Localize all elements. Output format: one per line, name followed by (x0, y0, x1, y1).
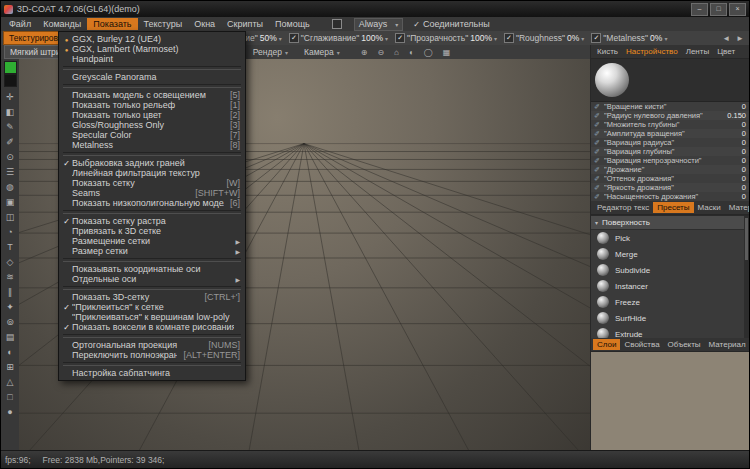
menu-item[interactable]: ▶ (63, 152, 241, 156)
brush-parameter-row[interactable]: ✐ "Вариация непрозрачности" 0 (591, 156, 749, 165)
tool-button[interactable]: ▣ (2, 195, 18, 210)
menu-bar-item[interactable]: Окна (188, 18, 221, 30)
panel-tab[interactable]: Пресеты (653, 202, 693, 213)
menu-item[interactable]: ▶ (63, 66, 241, 70)
menu-item[interactable]: Настройка сабпатчинга ▶ (59, 368, 245, 378)
primary-color-swatch[interactable] (4, 61, 17, 74)
menu-item[interactable]: Показывать координатные оси ▶ (59, 264, 245, 274)
tool-button[interactable]: T (2, 240, 18, 255)
menu-item[interactable]: Показать только рельеф [1] ▶ (59, 100, 245, 110)
menubar-checkbox[interactable] (332, 19, 342, 29)
brush-parameter-row[interactable]: ✐ "Насыщенность дрожания" 0 (591, 192, 749, 201)
menu-item[interactable]: ▶ (63, 210, 241, 214)
channel-toggle[interactable]: ✓ "Metalness" 0% ▾ (591, 33, 667, 43)
menu-item[interactable]: Metalness [8] ▶ (59, 140, 245, 150)
preset-item[interactable]: Freeze (591, 294, 749, 310)
menu-item[interactable]: Seams [SHIFT+W] ▶ (59, 188, 245, 198)
tool-button[interactable]: ☰ (2, 165, 18, 180)
tool-button[interactable]: □ (2, 390, 18, 405)
tool-button[interactable]: ✐ (2, 135, 18, 150)
tool-button[interactable]: ≋ (2, 270, 18, 285)
menu-item[interactable]: Ортогональная проекция [NUMS] ▶ (59, 340, 245, 350)
panel-tab[interactable]: Свойства (620, 339, 663, 350)
panel-tab[interactable]: Настройчство (622, 46, 682, 57)
tool-button[interactable]: ✎ (2, 120, 18, 135)
menu-item[interactable]: Привязать к 3D сетке ▶ (59, 226, 245, 236)
scrollbar[interactable] (744, 216, 749, 338)
tool-button[interactable]: △ (2, 375, 18, 390)
brush-parameter-row[interactable]: ✐ "Вращение кисти" 0 (591, 102, 749, 111)
preset-item[interactable]: Extrude (591, 326, 749, 338)
tool-button[interactable]: ◍ (2, 180, 18, 195)
channel-toggle[interactable]: ✓ "Прозрачность" 100% ▾ (395, 33, 497, 43)
menu-bar-item[interactable]: Файл (3, 18, 37, 30)
preset-item[interactable]: Pick (591, 230, 749, 246)
menu-item[interactable]: Показать воксели в комнате рисования ▶ (59, 322, 245, 332)
panel-tab[interactable]: Ленты (682, 46, 714, 57)
panel-tab[interactable]: Маски (694, 202, 725, 213)
tool-button[interactable]: ⊞ (2, 360, 18, 375)
menu-bar-item[interactable]: Помощь (269, 18, 316, 30)
brush-parameter-row[interactable]: ✐ "Дрожание" 0 (591, 165, 749, 174)
preset-item[interactable]: Merge (591, 246, 749, 262)
panel-tab[interactable]: Материалы (725, 202, 749, 213)
nav-arrow-button[interactable]: ► (733, 34, 747, 43)
tool-button[interactable]: ✛ (2, 90, 18, 105)
view-mode-button[interactable]: Камера ▾ (304, 47, 340, 57)
tool-button[interactable]: ● (2, 405, 18, 420)
menu-item[interactable]: ▶ (63, 258, 241, 262)
viewport-tool-icon[interactable]: ◯ (421, 48, 436, 57)
viewport-tool-icon[interactable]: ▦ (440, 48, 454, 57)
menu-item[interactable]: Показать только цвет [2] ▶ (59, 110, 245, 120)
menu-bar-item[interactable]: Текстуры (138, 18, 189, 30)
tool-button[interactable]: ∥ (2, 285, 18, 300)
brush-parameter-row[interactable]: ✐ "Яркость дрожания" 0 (591, 183, 749, 192)
menu-item[interactable]: Greyscale Panorama ▶ (59, 72, 245, 82)
menu-item[interactable]: ▶ (63, 84, 241, 88)
menu-item[interactable]: "Приклеиться" к сетке ▶ (59, 302, 245, 312)
panel-tab[interactable]: Объекты (664, 339, 705, 350)
menu-bar-item[interactable]: Показать (87, 18, 137, 30)
tool-button[interactable]: ⊚ (2, 315, 18, 330)
brush-parameter-row[interactable]: ✐ "Радиус нулевого давления" 0.150 (591, 111, 749, 120)
always-dropdown[interactable]: Always ▾ (354, 18, 404, 31)
nav-arrow-button[interactable]: ◄ (719, 34, 733, 43)
menu-item[interactable]: Показать сетку [W] ▶ (59, 178, 245, 188)
brush-parameter-row[interactable]: ✐ "Амплитуда вращения" 0 (591, 129, 749, 138)
tool-button[interactable]: ✦ (2, 300, 18, 315)
tool-button[interactable]: ◔ (2, 225, 18, 240)
menu-item[interactable]: ▶ (63, 362, 241, 366)
menu-item[interactable]: Размер сетки ▶ (59, 246, 245, 256)
menu-item[interactable]: Выбраковка задних граней ▶ (59, 158, 245, 168)
window-control-button[interactable]: × (729, 3, 746, 16)
panel-tab[interactable]: Цвет (713, 46, 739, 57)
preset-item[interactable]: SurfHide (591, 310, 749, 326)
menu-item[interactable]: "Приклеиваться" к вершинам low-poly ▶ (59, 312, 245, 322)
tool-button[interactable]: ◇ (2, 255, 18, 270)
brush-parameter-row[interactable]: ✐ "Множитель глубины" 0 (591, 120, 749, 129)
panel-tab[interactable]: Кисть (593, 46, 622, 57)
menu-item[interactable]: Gloss/Roughness Only [3] ▶ (59, 120, 245, 130)
brush-parameter-row[interactable]: ✐ "Вариация радиуса" 0 (591, 138, 749, 147)
viewport-tool-icon[interactable]: ⊖ (374, 48, 387, 57)
panel-tab[interactable]: Материал (705, 339, 749, 350)
menu-item[interactable]: Переключить полноэкранный режим [ALT+ENT… (59, 350, 245, 360)
menu-item[interactable]: Показать 3D-сетку [CTRL+'] ▶ (59, 292, 245, 302)
menu-item[interactable]: Показать низкополигональную модель [6] ▶ (59, 198, 245, 208)
menu-item[interactable]: Размещение сетки ▶ (59, 236, 245, 246)
menu-item[interactable]: GGX, Lambert (Marmoset) ▶ (59, 44, 245, 54)
tool-button[interactable]: ▤ (2, 330, 18, 345)
brush-parameter-row[interactable]: ✐ "Вариация глубины" 0 (591, 147, 749, 156)
tool-button[interactable]: ⊙ (2, 150, 18, 165)
menu-item[interactable]: Линейная фильтрация текстур ▶ (59, 168, 245, 178)
menu-item[interactable]: Отдельные оси ▶ (59, 274, 245, 284)
tool-button[interactable]: ◐ (2, 345, 18, 360)
menu-item[interactable]: ▶ (63, 286, 241, 290)
window-control-button[interactable]: – (691, 3, 708, 16)
viewport-tool-icon[interactable]: ⌂ (391, 48, 402, 57)
preset-group-header[interactable]: ▾ Поверхность (591, 216, 749, 230)
preset-item[interactable]: Subdivide (591, 262, 749, 278)
preset-item[interactable]: Instancer (591, 278, 749, 294)
menu-item[interactable]: Specular Color [7] ▶ (59, 130, 245, 140)
viewport-tool-icon[interactable]: ⊕ (358, 48, 371, 57)
